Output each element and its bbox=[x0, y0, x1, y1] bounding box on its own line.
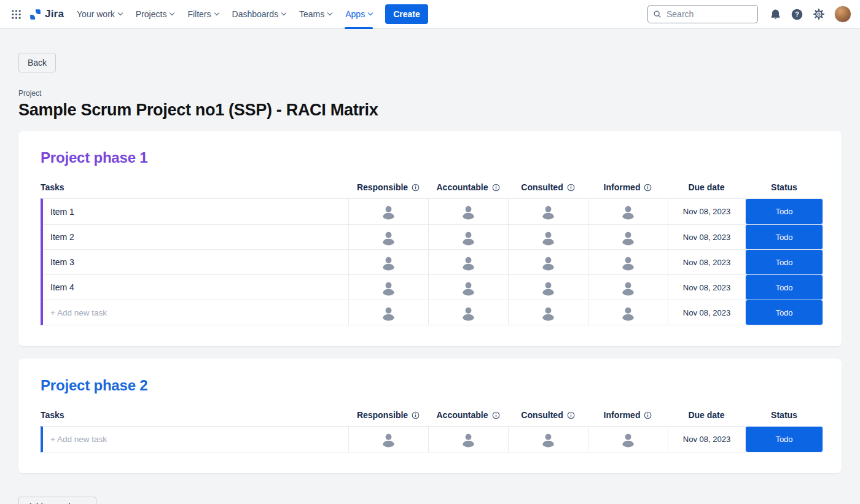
due-date-cell[interactable]: Nov 08, 2023 bbox=[668, 250, 745, 274]
due-date-cell[interactable]: Nov 08, 2023 bbox=[668, 199, 745, 224]
nav-item-apps[interactable]: Apps bbox=[338, 0, 379, 29]
consulted-cell[interactable] bbox=[508, 250, 588, 274]
column-header-label: Tasks bbox=[41, 182, 64, 192]
due-date-cell[interactable]: Nov 08, 2023 bbox=[668, 225, 745, 249]
accountable-cell[interactable] bbox=[428, 225, 508, 249]
table-row: Item 2 bbox=[43, 224, 823, 249]
due-date-cell[interactable]: Nov 08, 2023 bbox=[668, 427, 745, 452]
column-header-accountable: Accountable bbox=[428, 182, 508, 192]
accountable-cell[interactable] bbox=[428, 427, 508, 452]
jira-logo[interactable]: Jira bbox=[26, 6, 70, 23]
consulted-cell[interactable] bbox=[508, 225, 588, 249]
user-avatar-icon bbox=[620, 431, 636, 448]
informed-cell[interactable] bbox=[588, 300, 668, 325]
task-cell[interactable]: Item 2 bbox=[43, 225, 348, 249]
phase-card-2: Project phase 2 Tasks Responsible Accoun… bbox=[18, 359, 842, 473]
nav-item-label: Teams bbox=[299, 9, 324, 19]
search-box bbox=[647, 5, 758, 23]
create-button[interactable]: Create bbox=[385, 4, 428, 24]
status-button[interactable]: Todo bbox=[746, 250, 823, 274]
task-cell[interactable]: Item 3 bbox=[43, 250, 348, 274]
consulted-cell[interactable] bbox=[508, 275, 588, 300]
chevron-down-icon bbox=[118, 10, 123, 15]
column-header-tasks: Tasks bbox=[41, 182, 348, 192]
nav-item-projects[interactable]: Projects bbox=[129, 0, 181, 29]
column-header-status: Status bbox=[745, 410, 823, 420]
responsible-cell[interactable] bbox=[348, 300, 428, 325]
status-button[interactable]: Todo bbox=[746, 199, 823, 224]
user-avatar-icon bbox=[540, 254, 557, 271]
info-icon[interactable] bbox=[567, 411, 575, 419]
responsible-cell[interactable] bbox=[348, 225, 428, 249]
info-icon[interactable] bbox=[644, 184, 652, 192]
accountable-cell[interactable] bbox=[428, 199, 508, 224]
column-header-label: Responsible bbox=[357, 182, 408, 192]
main-content: Back Project Sample Scrum Project no1 (S… bbox=[0, 29, 860, 504]
column-header-responsible: Responsible bbox=[348, 182, 428, 192]
notifications-button[interactable] bbox=[770, 9, 781, 20]
user-avatar-icon bbox=[380, 431, 397, 448]
user-avatar-icon bbox=[380, 254, 397, 271]
consulted-cell[interactable] bbox=[508, 199, 588, 224]
informed-cell[interactable] bbox=[588, 250, 668, 274]
nav-item-label: Apps bbox=[345, 9, 365, 19]
info-icon[interactable] bbox=[412, 411, 420, 419]
status-button[interactable]: Todo bbox=[746, 225, 823, 249]
task-cell[interactable]: + Add new task bbox=[43, 427, 348, 452]
column-header-label: Tasks bbox=[41, 410, 64, 420]
user-avatar-icon bbox=[620, 254, 636, 271]
user-avatar-icon bbox=[460, 431, 477, 448]
responsible-cell[interactable] bbox=[348, 275, 428, 300]
consulted-cell[interactable] bbox=[508, 300, 588, 325]
due-date-cell[interactable]: Nov 08, 2023 bbox=[668, 300, 745, 325]
consulted-cell[interactable] bbox=[508, 427, 588, 452]
task-cell[interactable]: Item 1 bbox=[43, 199, 348, 224]
responsible-cell[interactable] bbox=[348, 199, 428, 224]
status-cell: Todo bbox=[745, 300, 823, 325]
status-cell: Todo bbox=[745, 250, 823, 274]
nav-item-label: Your work bbox=[77, 9, 115, 19]
nav-item-teams[interactable]: Teams bbox=[292, 0, 338, 29]
info-icon[interactable] bbox=[567, 184, 575, 192]
nav-item-your-work[interactable]: Your work bbox=[70, 0, 129, 29]
due-date-label: Nov 08, 2023 bbox=[683, 435, 730, 444]
phase-card-1: Project phase 1 Tasks Responsible Accoun… bbox=[18, 131, 842, 346]
task-cell[interactable]: Item 4 bbox=[43, 275, 348, 300]
add-new-phase-button[interactable]: Add new phase bbox=[18, 497, 96, 504]
user-avatar[interactable] bbox=[834, 6, 851, 23]
info-icon[interactable] bbox=[644, 411, 652, 419]
column-header-label: Due date bbox=[688, 410, 724, 420]
due-date-cell[interactable]: Nov 08, 2023 bbox=[668, 275, 745, 300]
nav-item-dashboards[interactable]: Dashboards bbox=[225, 0, 293, 29]
help-button[interactable]: ? bbox=[791, 8, 803, 21]
column-header-informed: Informed bbox=[588, 182, 668, 192]
informed-cell[interactable] bbox=[588, 225, 668, 249]
user-avatar-icon bbox=[620, 203, 636, 220]
accountable-cell[interactable] bbox=[428, 250, 508, 274]
nav-item-filters[interactable]: Filters bbox=[181, 0, 225, 29]
phase-title: Project phase 2 bbox=[41, 377, 823, 394]
status-button[interactable]: Todo bbox=[746, 427, 823, 452]
task-cell[interactable]: + Add new task bbox=[43, 300, 348, 325]
user-avatar-icon bbox=[460, 203, 477, 220]
accountable-cell[interactable] bbox=[428, 275, 508, 300]
back-button[interactable]: Back bbox=[18, 53, 56, 72]
due-date-label: Nov 08, 2023 bbox=[683, 283, 730, 292]
status-button[interactable]: Todo bbox=[746, 275, 823, 300]
search-input[interactable] bbox=[647, 5, 758, 23]
info-icon[interactable] bbox=[492, 411, 500, 419]
responsible-cell[interactable] bbox=[348, 427, 428, 452]
info-icon[interactable] bbox=[492, 184, 500, 192]
app-switcher-button[interactable] bbox=[6, 6, 26, 23]
informed-cell[interactable] bbox=[588, 275, 668, 300]
responsible-cell[interactable] bbox=[348, 250, 428, 274]
jira-logo-icon bbox=[29, 8, 42, 21]
informed-cell[interactable] bbox=[588, 427, 668, 452]
user-avatar-icon bbox=[620, 279, 636, 296]
accountable-cell[interactable] bbox=[428, 300, 508, 325]
info-icon[interactable] bbox=[412, 184, 420, 192]
status-button[interactable]: Todo bbox=[746, 300, 823, 325]
column-header-informed: Informed bbox=[588, 410, 668, 420]
informed-cell[interactable] bbox=[588, 199, 668, 224]
settings-button[interactable] bbox=[813, 8, 825, 20]
